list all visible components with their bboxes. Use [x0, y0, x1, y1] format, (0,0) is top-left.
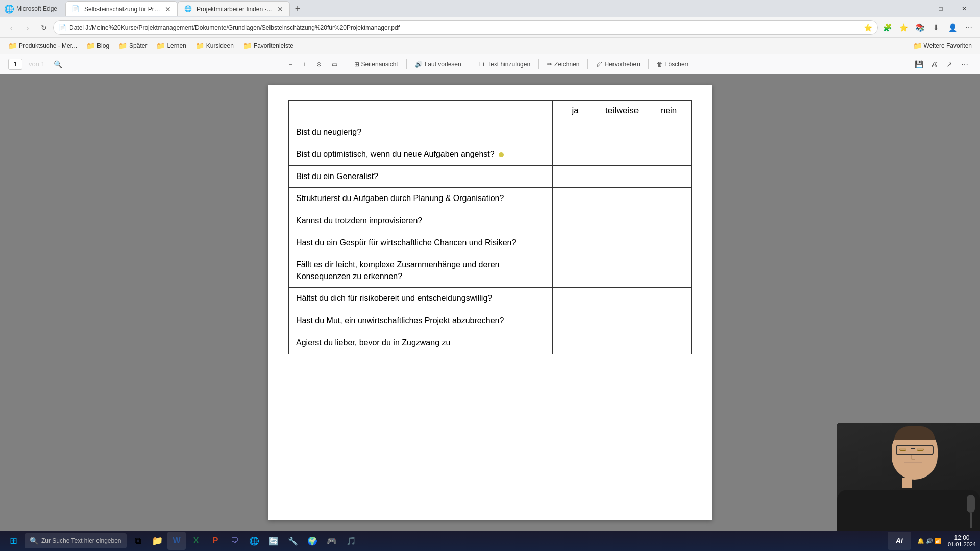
- taskbar-app9[interactable]: 🌍: [303, 532, 322, 550]
- fit-page-button[interactable]: ⊙: [312, 59, 326, 70]
- taskbar-date-display: 01.01.2024: [948, 541, 976, 547]
- taskbar-app10[interactable]: 🎮: [323, 532, 341, 550]
- tab-1[interactable]: 📄 Selbsteinschätzung für Projektm... ✕: [65, 1, 178, 16]
- question-2: Bist du optimistisch, wenn du neue Aufga…: [289, 143, 553, 165]
- answer-nein-7: [646, 254, 692, 288]
- taskbar-refresh[interactable]: 🔄: [264, 532, 283, 550]
- excel-icon: X: [193, 536, 199, 545]
- tab-1-close[interactable]: ✕: [165, 5, 171, 13]
- table-row: Fällt es dir leicht, komplexe Zusammenhä…: [289, 254, 692, 288]
- taskbar-powerpoint[interactable]: P: [206, 532, 225, 550]
- taskbar-file-explorer[interactable]: 📁: [148, 532, 166, 550]
- close-button[interactable]: ✕: [952, 1, 976, 16]
- pen-icon: ✏: [547, 61, 552, 68]
- answer-ja-1: [553, 121, 598, 143]
- question-9: Hast du Mut, ein unwirtschaftliches Proj…: [289, 310, 553, 332]
- laut-vorlesen-button[interactable]: 🔊 Laut vorlesen: [411, 59, 465, 70]
- answer-teilweise-10: [598, 332, 646, 354]
- bookmark-label: Später: [129, 42, 147, 49]
- bookmark-label: Kursideen: [206, 42, 234, 49]
- bookmark-spaeter[interactable]: 📁 Später: [114, 40, 151, 52]
- pdf-search-button[interactable]: 🔍: [51, 57, 65, 71]
- taskbar-clock[interactable]: 12:00 01.01.2024: [948, 534, 976, 547]
- speaker-icon: 🔊: [415, 61, 423, 68]
- view-button[interactable]: ▭: [328, 59, 341, 70]
- loeschen-button[interactable]: 🗑 Löschen: [653, 59, 692, 70]
- bookmark-produktsuche[interactable]: 📁 Produktsuche - Mer...: [4, 40, 81, 52]
- taskbar-edge[interactable]: 🌐: [245, 532, 263, 550]
- toolbar-divider-5: [587, 59, 588, 69]
- question-3: Bist du ein Generalist?: [289, 165, 553, 187]
- answer-nein-8: [646, 288, 692, 310]
- bookmark-lernen[interactable]: 📁 Lernen: [152, 40, 190, 52]
- forward-button[interactable]: ›: [20, 20, 35, 35]
- answer-nein-9: [646, 310, 692, 332]
- zoom-in-button[interactable]: +: [299, 59, 310, 70]
- back-button[interactable]: ‹: [4, 20, 18, 35]
- refresh-icon: 🔄: [268, 536, 279, 546]
- app9-icon: 🌍: [307, 536, 317, 546]
- edge-icon: 🌐: [249, 536, 259, 546]
- microphone: [967, 495, 975, 528]
- answer-ja-6: [553, 232, 598, 254]
- app8-icon: 🔧: [288, 536, 298, 546]
- folder-icon: 📁: [8, 42, 17, 50]
- refresh-button[interactable]: ↻: [37, 20, 51, 35]
- text-hinzufuegen-label: Text hinzufügen: [487, 61, 530, 68]
- seitenansicht-icon: ⊞: [354, 61, 359, 68]
- answer-ja-8: [553, 288, 598, 310]
- taskbar-teams[interactable]: 🗨: [226, 532, 244, 550]
- toolbar-divider-3: [470, 59, 470, 69]
- maximize-button[interactable]: □: [929, 1, 952, 16]
- bookmark-label: Blog: [97, 42, 109, 49]
- tab-1-title: Selbsteinschätzung für Projektm...: [84, 6, 161, 13]
- bookmark-favoritenleiste[interactable]: 📁 Favoritenleiste: [239, 40, 298, 52]
- hervorheben-label: Hervorheben: [604, 61, 640, 68]
- windows-logo-icon: ⊞: [10, 535, 17, 546]
- print-button[interactable]: 🖨: [927, 57, 941, 71]
- tab-2[interactable]: 🌐 Projektmitarbeiter finden - was ... ✕: [178, 1, 290, 16]
- page-number-input[interactable]: [8, 59, 22, 70]
- collections-button[interactable]: 📚: [913, 20, 927, 35]
- taskbar-app8[interactable]: 🔧: [284, 532, 302, 550]
- taskbar-excel[interactable]: X: [187, 532, 205, 550]
- text-hinzufuegen-button[interactable]: T+ Text hinzufügen: [474, 59, 534, 70]
- minimize-button[interactable]: ─: [905, 1, 929, 16]
- zeichnen-button[interactable]: ✏ Zeichnen: [543, 59, 583, 70]
- tab-2-close[interactable]: ✕: [277, 5, 283, 13]
- extensions-button[interactable]: 🧩: [880, 20, 894, 35]
- eraser-icon: 🗑: [657, 61, 663, 68]
- taskbar-search[interactable]: 🔍 Zur Suche Text hier eingeben: [24, 533, 127, 548]
- share-button[interactable]: ↗: [942, 57, 957, 71]
- file-explorer-icon: 📁: [152, 535, 163, 546]
- favorites-button[interactable]: ⭐: [896, 20, 911, 35]
- toolbar-divider-6: [648, 59, 649, 69]
- more-tools-button[interactable]: ⋯: [958, 57, 972, 71]
- save-pdf-button[interactable]: 💾: [912, 57, 926, 71]
- hervorheben-button[interactable]: 🖊 Hervorheben: [592, 59, 644, 70]
- zoom-out-button[interactable]: −: [285, 59, 297, 70]
- ai-button[interactable]: Ai: [888, 532, 911, 550]
- settings-button[interactable]: ⋯: [962, 20, 976, 35]
- taskbar-word[interactable]: W: [167, 532, 186, 550]
- address-bar[interactable]: 📄 Datei J:/Meine%20Kurse/Projektmanageme…: [53, 20, 878, 35]
- downloads-button[interactable]: ⬇: [929, 20, 943, 35]
- answer-nein-1: [646, 121, 692, 143]
- text-add-icon: T+: [478, 61, 485, 68]
- seitenansicht-button[interactable]: ⊞ Seitenansicht: [350, 59, 402, 70]
- folder-icon: 📁: [195, 42, 204, 50]
- bookmark-kursideen[interactable]: 📁 Kursideen: [191, 40, 238, 52]
- bookmark-label: Produktsuche - Mer...: [19, 42, 77, 49]
- app10-icon: 🎮: [327, 536, 337, 546]
- folder-icon: 📁: [913, 42, 922, 50]
- taskbar-spotify[interactable]: 🎵: [342, 532, 360, 550]
- start-button[interactable]: ⊞: [4, 532, 22, 550]
- taskbar-task-view[interactable]: ⧉: [129, 532, 147, 550]
- table-row: Hältst du dich für risikobereit und ents…: [289, 288, 692, 310]
- powerpoint-icon: P: [213, 536, 218, 545]
- bookmark-blog[interactable]: 📁 Blog: [82, 40, 113, 52]
- table-row: Bist du optimistisch, wenn du neue Aufga…: [289, 143, 692, 165]
- new-tab-button[interactable]: +: [290, 1, 305, 16]
- bookmark-weitere[interactable]: 📁 Weitere Favoriten: [909, 40, 976, 52]
- profile-button[interactable]: 👤: [945, 20, 960, 35]
